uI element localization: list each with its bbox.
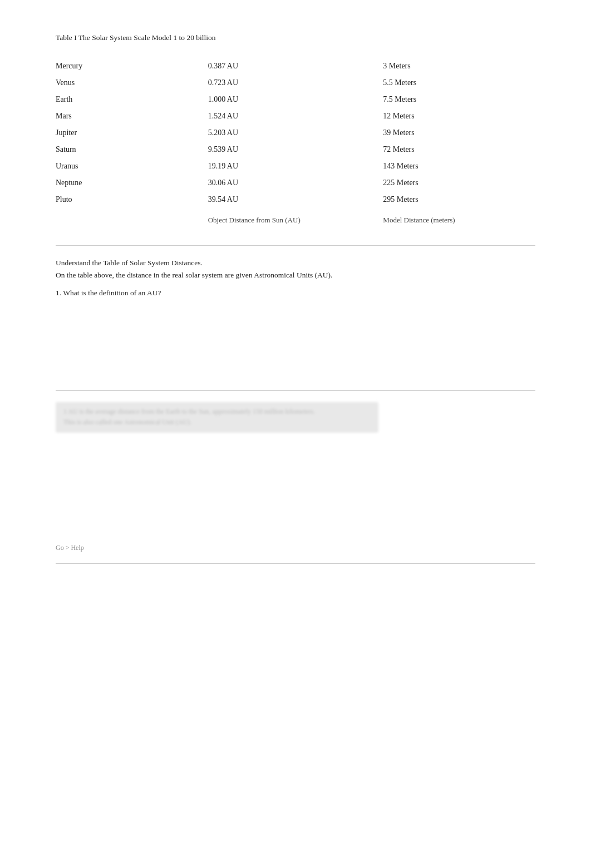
table-row: Earth 1.000 AU 7.5 Meters [56, 91, 535, 108]
planet-name: Venus [56, 75, 208, 91]
bottom-rule [56, 563, 535, 564]
intro-line2: On the table above, the distance in the … [56, 269, 535, 281]
col-header-au: Object Distance from Sun (AU) [208, 208, 383, 229]
question-1: 1. What is the definition of an AU? [56, 289, 535, 297]
planet-name: Neptune [56, 175, 208, 191]
column-headers: Object Distance from Sun (AU) Model Dist… [56, 208, 535, 229]
planet-name: Pluto [56, 191, 208, 208]
planet-name: Earth [56, 91, 208, 108]
table-row: Pluto 39.54 AU 295 Meters [56, 191, 535, 208]
planet-distance: 72 Meters [383, 141, 535, 158]
planet-distance: 39 Meters [383, 125, 535, 141]
planet-name: Mars [56, 108, 208, 125]
page-number[interactable]: Go > Help [56, 544, 84, 552]
solar-system-table: Mercury 0.387 AU 3 Meters Venus 0.723 AU… [56, 58, 535, 229]
section-divider [56, 245, 535, 246]
table-row: Neptune 30.06 AU 225 Meters [56, 175, 535, 191]
planet-name: Jupiter [56, 125, 208, 141]
planet-name: Mercury [56, 58, 208, 75]
page-number-area: Go > Help [56, 544, 535, 552]
planet-au: 5.203 AU [208, 125, 383, 141]
planet-distance: 7.5 Meters [383, 91, 535, 108]
planet-distance: 5.5 Meters [383, 75, 535, 91]
intro-line1: Understand the Table of Solar System Dis… [56, 257, 535, 269]
blurred-line1: 1 AU is the average distance from the Ea… [63, 408, 315, 415]
table-row: Jupiter 5.203 AU 39 Meters [56, 125, 535, 141]
planet-distance: 143 Meters [383, 158, 535, 175]
planet-distance: 295 Meters [383, 191, 535, 208]
planet-name: Uranus [56, 158, 208, 175]
table-row: Uranus 19.19 AU 143 Meters [56, 158, 535, 175]
intro-text: Understand the Table of Solar System Dis… [56, 257, 535, 281]
table-row: Venus 0.723 AU 5.5 Meters [56, 75, 535, 91]
table-row: Mars 1.524 AU 12 Meters [56, 108, 535, 125]
planet-au: 1.524 AU [208, 108, 383, 125]
table-title: Table I The Solar System Scale Model 1 t… [56, 33, 535, 42]
planet-au: 30.06 AU [208, 175, 383, 191]
planet-distance: 225 Meters [383, 175, 535, 191]
table-row: Mercury 0.387 AU 3 Meters [56, 58, 535, 75]
planet-au: 0.387 AU [208, 58, 383, 75]
planet-au: 0.723 AU [208, 75, 383, 91]
planet-au: 1.000 AU [208, 91, 383, 108]
table-row: Saturn 9.539 AU 72 Meters [56, 141, 535, 158]
planet-name: Saturn [56, 141, 208, 158]
blurred-line2: This is also called one Astronomical Uni… [63, 418, 191, 426]
planet-distance: 3 Meters [383, 58, 535, 75]
planet-au: 39.54 AU [208, 191, 383, 208]
blurred-answer: 1 AU is the average distance from the Ea… [56, 402, 378, 432]
planet-distance: 12 Meters [383, 108, 535, 125]
planet-au: 9.539 AU [208, 141, 383, 158]
answer-area-1[interactable] [56, 302, 535, 391]
col-header-meters: Model Distance (meters) [383, 208, 535, 229]
planet-au: 19.19 AU [208, 158, 383, 175]
